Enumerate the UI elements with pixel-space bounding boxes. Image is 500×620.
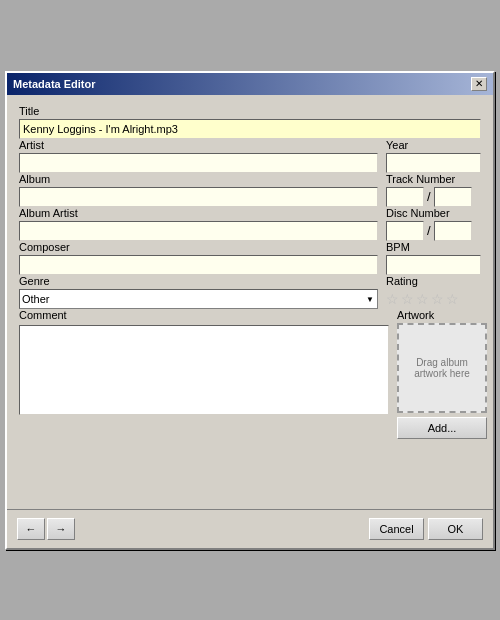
rating-label: Rating <box>386 275 481 287</box>
genre-label: Genre <box>19 275 378 287</box>
artist-input[interactable] <box>19 153 378 173</box>
genre-select[interactable]: Other <box>19 289 378 309</box>
rating-stars: ☆ ☆ ☆ ☆ ☆ <box>386 289 481 309</box>
close-button[interactable]: ✕ <box>471 77 487 91</box>
next-button[interactable]: → <box>47 518 75 540</box>
star-1[interactable]: ☆ <box>386 291 399 307</box>
metadata-editor-window: Metadata Editor ✕ Title Artist Year Albu… <box>5 71 495 550</box>
album-track-row: Album Track Number / <box>19 173 481 207</box>
year-label: Year <box>386 139 481 151</box>
title-input[interactable] <box>19 119 481 139</box>
form-content: Title Artist Year Album Track Number <box>7 95 493 509</box>
comment-artwork-row: Comment Artwork Drag album artwork here … <box>19 309 481 439</box>
star-5[interactable]: ☆ <box>446 291 459 307</box>
album-artist-disc-row: Album Artist Disc Number / <box>19 207 481 241</box>
artwork-placeholder-text: Drag album artwork here <box>399 357 485 379</box>
spacer <box>19 439 481 499</box>
composer-input[interactable] <box>19 255 378 275</box>
star-2[interactable]: ☆ <box>401 291 414 307</box>
disc-number-row: / <box>386 221 481 241</box>
disc-separator: / <box>427 223 431 238</box>
album-artist-input[interactable] <box>19 221 378 241</box>
track-number-label: Track Number <box>386 173 481 185</box>
title-bar: Metadata Editor ✕ <box>7 73 493 95</box>
artist-year-row: Artist Year <box>19 139 481 173</box>
track-total-input[interactable] <box>434 187 472 207</box>
window-title: Metadata Editor <box>13 78 96 90</box>
bpm-input[interactable] <box>386 255 481 275</box>
genre-rating-row: Genre Other Rating ☆ ☆ ☆ ☆ ☆ <box>19 275 481 309</box>
disc-number-input[interactable] <box>386 221 424 241</box>
artist-label: Artist <box>19 139 378 151</box>
artwork-label: Artwork <box>397 309 487 321</box>
star-3[interactable]: ☆ <box>416 291 429 307</box>
track-number-row: / <box>386 187 481 207</box>
disc-total-input[interactable] <box>434 221 472 241</box>
artist-col: Artist <box>19 139 378 173</box>
prev-button[interactable]: ← <box>17 518 45 540</box>
album-col: Album <box>19 173 378 207</box>
album-artist-col: Album Artist <box>19 207 378 241</box>
genre-col: Genre Other <box>19 275 378 309</box>
composer-bpm-row: Composer BPM <box>19 241 481 275</box>
album-input[interactable] <box>19 187 378 207</box>
bottom-bar: ← → Cancel OK <box>7 509 493 548</box>
year-col: Year <box>386 139 481 173</box>
navigation-buttons: ← → <box>17 518 75 540</box>
bpm-label: BPM <box>386 241 481 253</box>
year-input[interactable] <box>386 153 481 173</box>
track-number-input[interactable] <box>386 187 424 207</box>
disc-number-col: Disc Number / <box>386 207 481 241</box>
comment-col: Comment <box>19 309 389 439</box>
artwork-col: Artwork Drag album artwork here Add... <box>397 309 487 439</box>
track-number-col: Track Number / <box>386 173 481 207</box>
title-label: Title <box>19 105 481 117</box>
ok-button[interactable]: OK <box>428 518 483 540</box>
album-label: Album <box>19 173 378 185</box>
composer-col: Composer <box>19 241 378 275</box>
composer-label: Composer <box>19 241 378 253</box>
album-artist-label: Album Artist <box>19 207 378 219</box>
cancel-button[interactable]: Cancel <box>369 518 424 540</box>
track-separator: / <box>427 189 431 204</box>
artwork-drop-zone[interactable]: Drag album artwork here <box>397 323 487 413</box>
genre-select-wrapper: Other <box>19 289 378 309</box>
comment-input[interactable] <box>19 325 389 415</box>
disc-number-label: Disc Number <box>386 207 481 219</box>
comment-label: Comment <box>19 309 389 321</box>
add-artwork-button[interactable]: Add... <box>397 417 487 439</box>
star-4[interactable]: ☆ <box>431 291 444 307</box>
bpm-col: BPM <box>386 241 481 275</box>
action-buttons: Cancel OK <box>369 518 483 540</box>
rating-col: Rating ☆ ☆ ☆ ☆ ☆ <box>386 275 481 309</box>
